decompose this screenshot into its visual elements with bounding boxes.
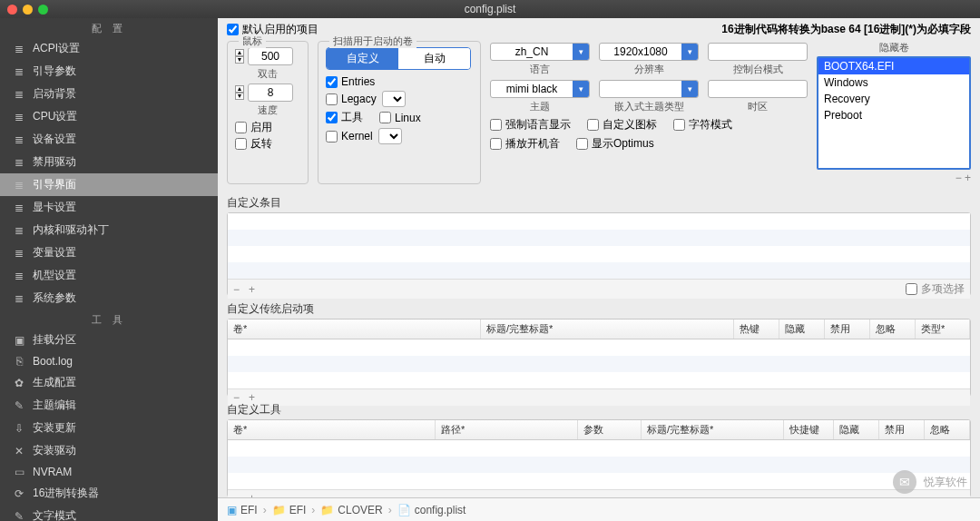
tool-driver[interactable]: ✕安装驱动	[0, 439, 218, 462]
tools-icon: ✕	[13, 445, 25, 457]
sidebar: 配 置 ≣ACPI设置 ≣引导参数 ≣启动背景 ≣CPU设置 ≣设备设置 ≣禁用…	[0, 18, 218, 521]
sidebar-item-label: 内核和驱动补丁	[33, 222, 109, 238]
custom-icon-checkbox[interactable]: 自定义图标	[587, 117, 657, 133]
hide-item[interactable]: Windows	[818, 74, 969, 91]
tool-nvram[interactable]: ▭NVRAM	[0, 462, 218, 482]
folder-icon: ▣	[227, 504, 237, 516]
sidebar-item-rtvars[interactable]: ≣变量设置	[0, 241, 218, 264]
lang-select[interactable]: zh_CN▾	[490, 43, 590, 61]
speed-stepper[interactable]: ▲▼	[235, 85, 244, 100]
scan-mode-segment[interactable]: 自定义 自动	[326, 47, 471, 70]
hide-volumes-group: 隐藏卷 BOOTX64.EFI Windows Recovery Preboot…	[817, 41, 971, 184]
bc-item[interactable]: 📁EFI	[272, 504, 307, 516]
sidebar-item-label: 文字模式	[33, 508, 76, 521]
hide-remove-button[interactable]: −	[956, 172, 962, 184]
console-input[interactable]	[708, 43, 808, 61]
sidebar-item-boot[interactable]: ≣引导参数	[0, 60, 218, 83]
bc-item[interactable]: ▣EFI	[227, 504, 258, 516]
sidebar-item-label: 系统参数	[33, 290, 76, 306]
tool-mount[interactable]: ▣挂载分区	[0, 329, 218, 351]
tool-hex[interactable]: ⟳16进制转换器	[0, 482, 218, 505]
tool-theme[interactable]: ✎主题编辑	[0, 394, 218, 417]
mount-icon: ▣	[13, 334, 25, 347]
sidebar-item-gui[interactable]: ≣引导界面	[0, 173, 218, 196]
list-icon: ≣	[13, 179, 25, 192]
tz-input[interactable]	[708, 80, 808, 98]
scan-title: 扫描用于启动的卷	[329, 34, 416, 48]
scan-tools-checkbox[interactable]: 工具	[326, 110, 363, 125]
hide-item[interactable]: Preboot	[818, 107, 969, 123]
mid-settings: zh_CN▾ 语言 1920x1080▾ 分辨率 控制台模式 mimi b	[490, 41, 808, 184]
chevron-down-icon: ▾	[573, 44, 589, 60]
char-mode-checkbox[interactable]: 字符模式	[673, 117, 732, 133]
optimus-checkbox[interactable]: 显示Optimus	[576, 136, 654, 152]
sidebar-item-acpi[interactable]: ≣ACPI设置	[0, 37, 218, 60]
scan-legacy-select[interactable]	[382, 91, 406, 107]
force-lang-checkbox[interactable]: 强制语言显示	[490, 117, 571, 133]
bc-item[interactable]: 📁CLOVER	[320, 504, 382, 516]
sidebar-item-bg[interactable]: ≣启动背景	[0, 83, 218, 105]
hide-list[interactable]: BOOTX64.EFI Windows Recovery Preboot	[817, 56, 971, 170]
file-icon: 📄	[397, 504, 411, 516]
scan-linux-checkbox[interactable]: Linux	[379, 112, 421, 124]
sidebar-item-label: 生成配置	[33, 375, 76, 390]
sidebar-section-tools: 工 具	[0, 310, 218, 329]
sidebar-item-label: CPU设置	[33, 109, 77, 124]
hide-item[interactable]: Recovery	[818, 91, 969, 107]
download-icon: ⇩	[13, 422, 25, 435]
entries-remove-button[interactable]: −	[233, 283, 240, 296]
hide-add-button[interactable]: +	[965, 172, 971, 184]
scan-kernel-checkbox[interactable]: Kernel	[326, 130, 373, 143]
folder-icon: 📁	[320, 504, 334, 516]
custom-legacy-list[interactable]: 卷* 标题/完整标题* 热键 隐藏 禁用 忽略 类型* −+	[227, 319, 971, 397]
sidebar-item-devices[interactable]: ≣设备设置	[0, 128, 218, 151]
scan-legacy-checkbox[interactable]: Legacy	[326, 93, 377, 105]
res-select[interactable]: 1920x1080▾	[599, 43, 699, 61]
sidebar-item-label: 设备设置	[33, 132, 76, 147]
bc-item[interactable]: 📄config.plist	[397, 504, 466, 516]
tool-generate[interactable]: ✿生成配置	[0, 371, 218, 394]
sidebar-section-config: 配 置	[0, 18, 218, 37]
speed-input[interactable]	[248, 84, 293, 102]
hide-item[interactable]: BOOTX64.EFI	[818, 58, 969, 74]
scan-custom[interactable]: 自定义	[327, 48, 398, 69]
theme-select[interactable]: mimi black▾	[490, 80, 590, 98]
list-icon: ≣	[13, 224, 25, 237]
tool-text[interactable]: ✎文字模式	[0, 505, 218, 521]
sidebar-item-label: 变量设置	[33, 245, 76, 260]
embed-select[interactable]: ▾	[599, 80, 699, 98]
custom-tools-list[interactable]: 卷* 路径* 参数 标题/完整标题* 快捷键 隐藏 禁用 忽略 −+	[227, 419, 971, 497]
entries-add-button[interactable]: +	[249, 283, 255, 296]
sidebar-item-label: Boot.log	[33, 355, 73, 368]
sidebar-item-kernel[interactable]: ≣内核和驱动补丁	[0, 219, 218, 241]
scan-entries-checkbox[interactable]: Entries	[326, 75, 375, 88]
sidebar-item-cpu[interactable]: ≣CPU设置	[0, 105, 218, 128]
custom-legacy-title: 自定义传统启动项	[218, 296, 980, 319]
custom-entries-list[interactable]: − + 多项选择	[227, 212, 971, 296]
sidebar-item-label: 挂载分区	[33, 332, 76, 348]
speed-label: 速度	[235, 103, 300, 117]
multi-select-checkbox[interactable]: 多项选择	[906, 281, 965, 297]
dblclick-stepper[interactable]: ▲▼	[235, 49, 244, 64]
dblclick-label: 双击	[235, 67, 300, 81]
play-sound-checkbox[interactable]: 播放开机音	[490, 136, 560, 152]
window-title: config.plist	[0, 3, 980, 15]
dblclick-input[interactable]	[248, 47, 293, 65]
sidebar-item-smbios[interactable]: ≣机型设置	[0, 264, 218, 287]
mouse-invert-checkbox[interactable]: 反转	[235, 136, 272, 152]
list-icon: ≣	[13, 292, 25, 305]
scan-auto[interactable]: 自动	[398, 48, 470, 69]
sidebar-item-label: 显卡设置	[33, 200, 76, 215]
scan-group: 扫描用于启动的卷 自定义 自动 Entries Legacy 工具 Linux …	[318, 41, 481, 184]
tool-bootlog[interactable]: ⎘Boot.log	[0, 351, 218, 371]
sidebar-item-label: 机型设置	[33, 268, 76, 283]
sidebar-item-sysparams[interactable]: ≣系统参数	[0, 287, 218, 310]
custom-entries-title: 自定义条目	[218, 190, 980, 212]
tool-update[interactable]: ⇩安装更新	[0, 417, 218, 439]
list-icon: ≣	[13, 111, 25, 123]
sidebar-item-disable[interactable]: ≣禁用驱动	[0, 151, 218, 173]
scan-kernel-select[interactable]	[378, 128, 402, 144]
mouse-enable-checkbox[interactable]: 启用	[235, 120, 272, 135]
convert-icon: ⟳	[13, 487, 25, 500]
sidebar-item-graphics[interactable]: ≣显卡设置	[0, 196, 218, 219]
